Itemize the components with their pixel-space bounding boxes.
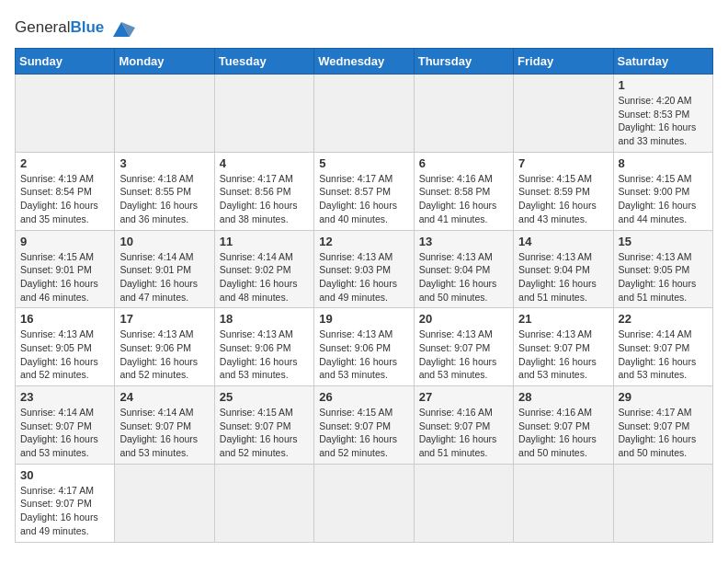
day-info: Sunrise: 4:13 AMSunset: 9:04 PMDaylight:… <box>419 250 508 304</box>
day-info: Sunrise: 4:13 AMSunset: 9:06 PMDaylight:… <box>119 327 209 382</box>
day-number: 15 <box>619 235 708 248</box>
day-info: Sunrise: 4:15 AMSunset: 9:01 PMDaylight:… <box>20 250 109 304</box>
day-number: 17 <box>119 312 209 326</box>
day-number: 14 <box>518 235 608 248</box>
day-info: Sunrise: 4:14 AMSunset: 9:07 PMDaylight:… <box>119 406 209 460</box>
calendar-cell: 7Sunrise: 4:15 AMSunset: 8:59 PMDaylight… <box>514 152 613 230</box>
day-info: Sunrise: 4:14 AMSunset: 9:07 PMDaylight:… <box>20 406 109 460</box>
day-info: Sunrise: 4:18 AMSunset: 8:55 PMDaylight:… <box>119 172 209 226</box>
day-info: Sunrise: 4:17 AMSunset: 8:56 PMDaylight:… <box>220 172 309 226</box>
calendar-cell: 15Sunrise: 4:13 AMSunset: 9:05 PMDayligh… <box>613 230 712 308</box>
column-header-sunday: Sunday <box>16 49 115 75</box>
logo-text: GeneralBlue <box>15 18 104 37</box>
calendar-cell: 4Sunrise: 4:17 AMSunset: 8:56 PMDaylight… <box>214 152 313 230</box>
day-number: 2 <box>20 156 109 170</box>
calendar-header-row: SundayMondayTuesdayWednesdayThursdayFrid… <box>16 49 713 75</box>
day-info: Sunrise: 4:16 AMSunset: 8:58 PMDaylight:… <box>419 172 508 226</box>
day-info: Sunrise: 4:20 AMSunset: 8:53 PMDaylight:… <box>619 94 708 148</box>
day-info: Sunrise: 4:17 AMSunset: 8:57 PMDaylight:… <box>319 172 408 226</box>
calendar-cell: 3Sunrise: 4:18 AMSunset: 8:55 PMDaylight… <box>115 152 214 230</box>
calendar-cell: 11Sunrise: 4:14 AMSunset: 9:02 PMDayligh… <box>214 230 313 308</box>
column-header-friday: Friday <box>514 49 613 75</box>
calendar-cell: 29Sunrise: 4:17 AMSunset: 9:07 PMDayligh… <box>613 386 712 465</box>
calendar-cell: 26Sunrise: 4:15 AMSunset: 9:07 PMDayligh… <box>314 386 414 465</box>
calendar-cell: 6Sunrise: 4:16 AMSunset: 8:58 PMDaylight… <box>414 152 513 230</box>
week-row-4: 16Sunrise: 4:13 AMSunset: 9:05 PMDayligh… <box>16 308 713 386</box>
week-row-6: 30Sunrise: 4:17 AMSunset: 9:07 PMDayligh… <box>16 464 713 542</box>
day-number: 16 <box>20 312 109 326</box>
week-row-5: 23Sunrise: 4:14 AMSunset: 9:07 PMDayligh… <box>16 386 713 465</box>
calendar-cell: 18Sunrise: 4:13 AMSunset: 9:06 PMDayligh… <box>214 308 313 386</box>
calendar-cell <box>314 75 414 153</box>
day-number: 29 <box>619 390 708 404</box>
calendar-cell: 13Sunrise: 4:13 AMSunset: 9:04 PMDayligh… <box>414 230 513 308</box>
day-number: 24 <box>119 390 209 404</box>
week-row-3: 9Sunrise: 4:15 AMSunset: 9:01 PMDaylight… <box>16 230 713 308</box>
week-row-1: 1Sunrise: 4:20 AMSunset: 8:53 PMDaylight… <box>16 75 713 153</box>
calendar-cell: 17Sunrise: 4:13 AMSunset: 9:06 PMDayligh… <box>115 308 214 386</box>
day-info: Sunrise: 4:13 AMSunset: 9:03 PMDaylight:… <box>319 250 408 304</box>
day-number: 5 <box>319 156 408 170</box>
week-row-2: 2Sunrise: 4:19 AMSunset: 8:54 PMDaylight… <box>16 152 713 230</box>
column-header-monday: Monday <box>115 49 214 75</box>
day-number: 30 <box>20 468 109 482</box>
calendar-cell: 20Sunrise: 4:13 AMSunset: 9:07 PMDayligh… <box>414 308 513 386</box>
day-number: 11 <box>220 235 309 248</box>
day-number: 21 <box>518 312 608 326</box>
calendar-cell: 22Sunrise: 4:14 AMSunset: 9:07 PMDayligh… <box>613 308 712 386</box>
day-info: Sunrise: 4:14 AMSunset: 9:02 PMDaylight:… <box>220 250 309 304</box>
column-header-wednesday: Wednesday <box>314 49 414 75</box>
day-number: 23 <box>20 390 109 404</box>
day-number: 8 <box>619 156 708 170</box>
logo: GeneralBlue <box>15 15 135 40</box>
day-number: 7 <box>518 156 608 170</box>
calendar-cell: 16Sunrise: 4:13 AMSunset: 9:05 PMDayligh… <box>16 308 115 386</box>
day-number: 25 <box>220 390 309 404</box>
day-info: Sunrise: 4:15 AMSunset: 9:07 PMDaylight:… <box>220 406 309 460</box>
logo-icon <box>108 15 135 40</box>
calendar-cell: 9Sunrise: 4:15 AMSunset: 9:01 PMDaylight… <box>16 230 115 308</box>
calendar-cell <box>214 464 313 542</box>
calendar-cell <box>115 75 214 153</box>
calendar-cell: 8Sunrise: 4:15 AMSunset: 9:00 PMDaylight… <box>613 152 712 230</box>
day-number: 19 <box>319 312 408 326</box>
calendar-cell: 24Sunrise: 4:14 AMSunset: 9:07 PMDayligh… <box>115 386 214 465</box>
day-info: Sunrise: 4:15 AMSunset: 9:07 PMDaylight:… <box>319 406 408 460</box>
calendar-cell <box>115 464 214 542</box>
day-info: Sunrise: 4:14 AMSunset: 9:07 PMDaylight:… <box>619 327 708 382</box>
calendar-cell: 28Sunrise: 4:16 AMSunset: 9:07 PMDayligh… <box>514 386 613 465</box>
day-info: Sunrise: 4:13 AMSunset: 9:04 PMDaylight:… <box>518 250 608 304</box>
day-number: 3 <box>119 156 209 170</box>
calendar-cell: 10Sunrise: 4:14 AMSunset: 9:01 PMDayligh… <box>115 230 214 308</box>
day-info: Sunrise: 4:13 AMSunset: 9:05 PMDaylight:… <box>20 327 109 382</box>
page-header: GeneralBlue <box>15 15 713 40</box>
day-number: 13 <box>419 235 508 248</box>
day-info: Sunrise: 4:16 AMSunset: 9:07 PMDaylight:… <box>518 406 608 460</box>
day-number: 4 <box>220 156 309 170</box>
day-info: Sunrise: 4:13 AMSunset: 9:06 PMDaylight:… <box>319 327 408 382</box>
day-number: 27 <box>419 390 508 404</box>
calendar-table: SundayMondayTuesdayWednesdayThursdayFrid… <box>15 48 713 543</box>
day-number: 20 <box>419 312 508 326</box>
day-number: 28 <box>518 390 608 404</box>
calendar-cell: 27Sunrise: 4:16 AMSunset: 9:07 PMDayligh… <box>414 386 513 465</box>
calendar-cell: 1Sunrise: 4:20 AMSunset: 8:53 PMDaylight… <box>613 75 712 153</box>
day-info: Sunrise: 4:14 AMSunset: 9:01 PMDaylight:… <box>119 250 209 304</box>
day-info: Sunrise: 4:17 AMSunset: 9:07 PMDaylight:… <box>619 406 708 460</box>
column-header-saturday: Saturday <box>613 49 712 75</box>
day-number: 22 <box>619 312 708 326</box>
day-number: 6 <box>419 156 508 170</box>
day-info: Sunrise: 4:17 AMSunset: 9:07 PMDaylight:… <box>20 484 109 538</box>
day-number: 18 <box>220 312 309 326</box>
calendar-cell: 23Sunrise: 4:14 AMSunset: 9:07 PMDayligh… <box>16 386 115 465</box>
day-number: 26 <box>319 390 408 404</box>
day-info: Sunrise: 4:13 AMSunset: 9:07 PMDaylight:… <box>518 327 608 382</box>
calendar-cell: 5Sunrise: 4:17 AMSunset: 8:57 PMDaylight… <box>314 152 414 230</box>
calendar-cell <box>16 75 115 153</box>
day-info: Sunrise: 4:13 AMSunset: 9:06 PMDaylight:… <box>220 327 309 382</box>
calendar-cell: 19Sunrise: 4:13 AMSunset: 9:06 PMDayligh… <box>314 308 414 386</box>
day-info: Sunrise: 4:15 AMSunset: 8:59 PMDaylight:… <box>518 172 608 226</box>
day-info: Sunrise: 4:15 AMSunset: 9:00 PMDaylight:… <box>619 172 708 226</box>
day-number: 12 <box>319 235 408 248</box>
day-info: Sunrise: 4:13 AMSunset: 9:07 PMDaylight:… <box>419 327 508 382</box>
